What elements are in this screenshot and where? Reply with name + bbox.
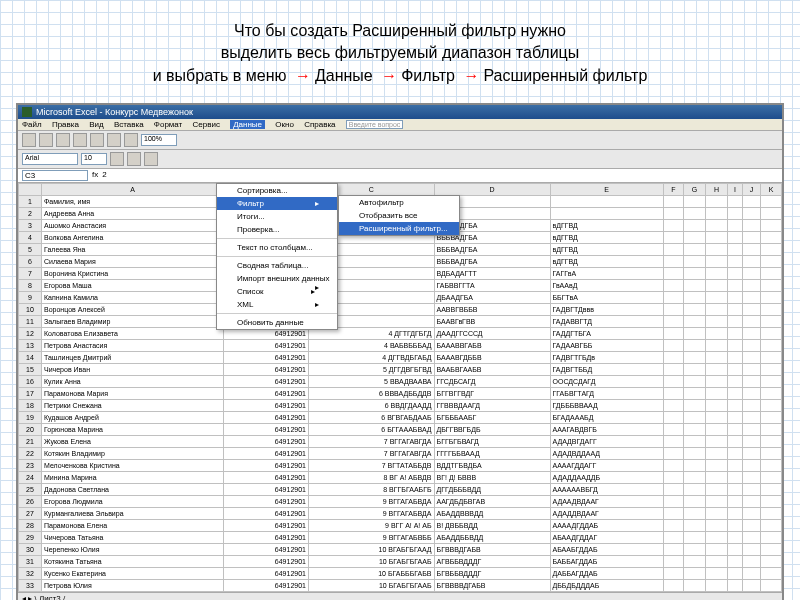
sheet-tabs[interactable]: ◂ ▸ \ Лист3 /: [18, 592, 782, 600]
table-row[interactable]: 15Чичеров Иван649129015 ДГГДВГБГВДВААБВГ…: [19, 364, 782, 376]
table-row[interactable]: 29Чичерова Татьяна649129019 ВГГАГАБВББАБ…: [19, 532, 782, 544]
formula-bar: C3 fx 2: [18, 169, 782, 183]
table-row[interactable]: 22Котякин Владимир649129017 ВГГАГАВГДАГГ…: [19, 448, 782, 460]
col-header[interactable]: A: [42, 184, 224, 196]
menu-item[interactable]: Расширенный фильтр...: [339, 222, 459, 235]
table-row[interactable]: 30Черепенко Юлия6491290110 ВГАБГБГААДБГВ…: [19, 544, 782, 556]
table-row[interactable]: 32Кусенко Екатерина6491290110 БГАБББГАБВ…: [19, 568, 782, 580]
open-icon[interactable]: [39, 133, 53, 147]
font-name[interactable]: Arial: [22, 153, 78, 165]
filter-submenu[interactable]: АвтофильтрОтобразить всеРасширенный филь…: [338, 195, 460, 236]
col-header[interactable]: D: [434, 184, 550, 196]
menu-help[interactable]: Справка: [304, 120, 335, 129]
excel-window: Microsoft Excel - Конкурс Медвежонок Фай…: [16, 103, 784, 600]
menubar[interactable]: Файл Правка Вид Вставка Формат Сервис Да…: [18, 119, 782, 131]
save-icon[interactable]: [56, 133, 70, 147]
menu-tools[interactable]: Сервис: [193, 120, 220, 129]
col-header[interactable]: F: [663, 184, 683, 196]
table-row[interactable]: 7Воронина Кристина64912901ВДБАДАГТТГАГГв…: [19, 268, 782, 280]
bold-icon[interactable]: [110, 152, 124, 166]
col-header[interactable]: G: [683, 184, 705, 196]
menu-item[interactable]: Фильтр▸: [217, 197, 337, 210]
fx-icon[interactable]: fx: [92, 170, 98, 181]
table-row[interactable]: 5Галеева Яна64912901ВББВАДГБАвДГГВД: [19, 244, 782, 256]
name-box[interactable]: C3: [22, 170, 88, 181]
table-row[interactable]: 19Кудашов Андрей649129016 ВГВГАБДААББГББ…: [19, 412, 782, 424]
new-icon[interactable]: [22, 133, 36, 147]
table-row[interactable]: 23Мелоченкова Кристина649129017 ВГТАТАББ…: [19, 460, 782, 472]
table-row[interactable]: 18Петрики Снежана649129016 ВВДГДААДДГГВВ…: [19, 400, 782, 412]
col-header[interactable]: E: [550, 184, 663, 196]
menu-file[interactable]: Файл: [22, 120, 42, 129]
underline-icon[interactable]: [144, 152, 158, 166]
menu-item[interactable]: Сводная таблица...: [217, 259, 337, 272]
col-header[interactable]: K: [761, 184, 782, 196]
format-toolbar: Arial 10: [18, 150, 782, 169]
table-row[interactable]: 16Кулик Анна649129015 ВВАДВААВАГГСДБСАГД…: [19, 376, 782, 388]
table-row[interactable]: 13Петрова Анастасия649129014 ВАБВБББАДБА…: [19, 340, 782, 352]
menu-item[interactable]: Обновить данные: [217, 316, 337, 329]
menu-data[interactable]: Данные: [230, 120, 265, 129]
table-row[interactable]: 17Парамонова Мария649129016 ВВВАДББДДВБГ…: [19, 388, 782, 400]
table-row[interactable]: 25Дадонова Светлана649129018 ВГГБГААБГБД…: [19, 484, 782, 496]
row-header[interactable]: 1: [19, 196, 42, 208]
col-header[interactable]: I: [727, 184, 742, 196]
menu-view[interactable]: Вид: [89, 120, 103, 129]
formula-input[interactable]: 2: [102, 170, 106, 181]
italic-icon[interactable]: [127, 152, 141, 166]
col-header[interactable]: J: [742, 184, 760, 196]
col-header[interactable]: [19, 184, 42, 196]
font-size[interactable]: 10: [81, 153, 107, 165]
table-row[interactable]: 11Залыгаев Владимир64912901БААВГвГВВГАДА…: [19, 316, 782, 328]
ask-question-box[interactable]: Введите вопрос: [346, 120, 404, 129]
instruction-text: Что бы создать Расширенный фильтр нужно …: [0, 0, 800, 95]
table-row[interactable]: 28Парамонова Елена649129019 ВГГ А! А! АБ…: [19, 520, 782, 532]
menu-item[interactable]: Импорт внешних данных▸: [217, 272, 337, 285]
copy-icon[interactable]: [107, 133, 121, 147]
arrow-icon: →: [295, 65, 311, 87]
menu-format[interactable]: Формат: [154, 120, 182, 129]
menu-item[interactable]: Текст по столбцам...: [217, 241, 337, 254]
data-table[interactable]: ABCDEFGHIJK1Фамилия, имякод школы2Андрее…: [18, 183, 782, 592]
menu-window[interactable]: Окно: [275, 120, 294, 129]
table-row[interactable]: 9Капнина Камила64912901ДБААДГБАББГТвА: [19, 292, 782, 304]
data-menu-dropdown[interactable]: Сортировка...Фильтр▸Итоги...Проверка...Т…: [216, 183, 338, 330]
print-icon[interactable]: [73, 133, 87, 147]
zoom-box[interactable]: 100%: [141, 134, 177, 146]
arrow-icon: →: [463, 65, 479, 87]
table-row[interactable]: 14Ташлинцев Дмитрий649129014 ДГГВДБГАБДБ…: [19, 352, 782, 364]
col-header[interactable]: H: [706, 184, 728, 196]
menu-item[interactable]: Сортировка...: [217, 184, 337, 197]
arrow-icon: →: [381, 65, 397, 87]
table-row[interactable]: 20Горюнова Марина649129016 БГГАААБВАДДБГ…: [19, 424, 782, 436]
menu-item[interactable]: Список▸: [217, 285, 337, 298]
table-row[interactable]: 33Петрова Юлия6491290110 БГАБГБГААББГВВВ…: [19, 580, 782, 592]
menu-edit[interactable]: Правка: [52, 120, 79, 129]
worksheet-grid[interactable]: Сортировка...Фильтр▸Итоги...Проверка...Т…: [18, 183, 782, 592]
table-row[interactable]: 31Котякина Татьяна6491290110 БГАБГБГААБА…: [19, 556, 782, 568]
paste-icon[interactable]: [124, 133, 138, 147]
titlebar: Microsoft Excel - Конкурс Медвежонок: [18, 105, 782, 119]
table-row[interactable]: 21Жукова Елена649129017 ВГГАГАВГДАБГГБГБ…: [19, 436, 782, 448]
menu-item[interactable]: Автофильтр: [339, 196, 459, 209]
table-row[interactable]: 26Егорова Людмила649129019 ВГГАГАБВДАААГ…: [19, 496, 782, 508]
menu-item[interactable]: Итоги...: [217, 210, 337, 223]
table-row[interactable]: 10Воронцов Алексей64912901ААВВГВББВГАДВГ…: [19, 304, 782, 316]
table-row[interactable]: 6Силаева Мария64912901ВББВАДГБАвДГГВД: [19, 256, 782, 268]
menu-item[interactable]: XML▸: [217, 298, 337, 311]
table-row[interactable]: 8Егорова Маша64912901ГАБВВГГТАГвААвД: [19, 280, 782, 292]
cut-icon[interactable]: [90, 133, 104, 147]
table-row[interactable]: 12Коловатова Елизавета649129014 ДГТГДГБГ…: [19, 328, 782, 340]
standard-toolbar: 100%: [18, 131, 782, 150]
menu-item[interactable]: Отобразить все: [339, 209, 459, 222]
menu-insert[interactable]: Вставка: [114, 120, 144, 129]
table-row[interactable]: 24Минина Марина649129018 ВГ А! АБВДВВГ! …: [19, 472, 782, 484]
excel-icon: [22, 107, 32, 117]
table-row[interactable]: 27Курмангалиева Эльвира649129019 ВГГАГАБ…: [19, 508, 782, 520]
menu-item[interactable]: Проверка...: [217, 223, 337, 236]
